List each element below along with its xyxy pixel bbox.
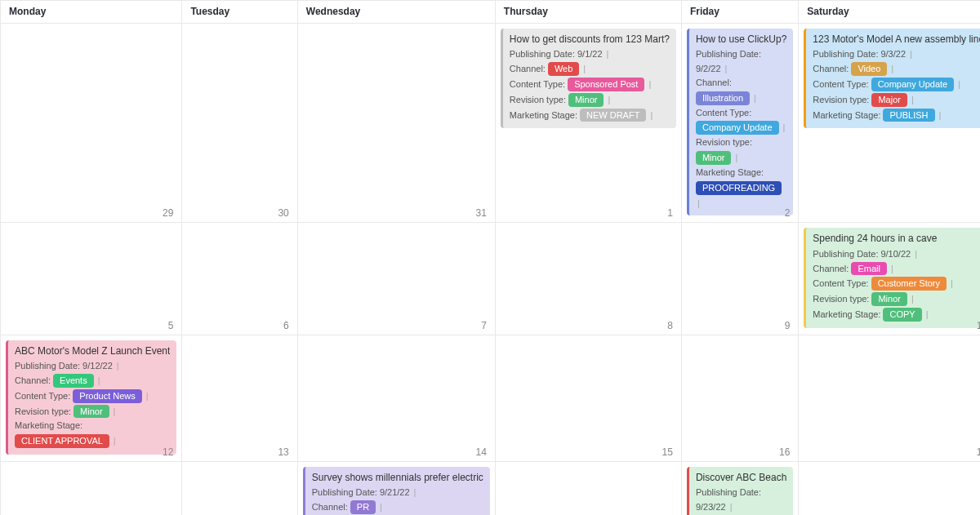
tag[interactable]: Customer Story bbox=[871, 277, 947, 291]
field-value: 9/21/22 bbox=[380, 486, 410, 499]
card-title: ABC Motor's Model Z Launch Event bbox=[15, 344, 170, 357]
day-cell[interactable]: 14 bbox=[298, 335, 496, 462]
field-value: 9/1/22 bbox=[577, 48, 603, 60]
event-card[interactable]: Spending 24 hours in a cavePublishing Da… bbox=[804, 228, 980, 327]
tag[interactable]: Minor bbox=[696, 151, 732, 165]
day-cell[interactable]: 29 bbox=[1, 24, 182, 223]
day-header: Tuesday bbox=[182, 1, 297, 24]
tag[interactable]: Company Update bbox=[871, 78, 955, 91]
field-value: 9/23/22 bbox=[696, 501, 726, 513]
tag[interactable]: Company Update bbox=[696, 121, 779, 135]
event-card[interactable]: Survey shows millennials prefer electric… bbox=[303, 467, 490, 515]
event-card[interactable]: 123 Motor's Model A new assembly linePub… bbox=[804, 29, 980, 128]
tag[interactable]: CLIENT APPROVAL bbox=[15, 434, 109, 448]
tag[interactable]: PUBLISH bbox=[883, 109, 934, 122]
card-field: Content Type: Company Update| bbox=[813, 78, 980, 91]
day-cell[interactable]: 5 bbox=[1, 223, 182, 335]
event-card[interactable]: ABC Motor's Model Z Launch EventPublishi… bbox=[6, 340, 176, 455]
card-title: Discover ABC Beach bbox=[696, 471, 786, 484]
card-field: Marketing Stage: PUBLISH| bbox=[813, 109, 980, 122]
card-field: Marketing Stage: CLIENT APPROVAL| bbox=[15, 420, 170, 448]
card-title: How to use ClickUp? bbox=[696, 33, 786, 46]
day-cell[interactable]: 123 Motor's Model A new assembly linePub… bbox=[799, 24, 980, 223]
field-label: Publishing Date: bbox=[813, 248, 878, 260]
day-cell[interactable]: 19 bbox=[1, 462, 182, 515]
day-cell[interactable]: 7 bbox=[298, 223, 496, 335]
tag[interactable]: Product News bbox=[73, 389, 141, 403]
separator: | bbox=[783, 122, 786, 134]
field-label: Content Type: bbox=[813, 277, 868, 290]
separator: | bbox=[910, 48, 912, 60]
field-value: 9/10/22 bbox=[880, 248, 911, 260]
day-number: 6 bbox=[283, 320, 289, 331]
day-cell[interactable]: How to get discounts from 123 Mart?Publi… bbox=[496, 24, 682, 223]
card-field: Content Type: Product News| bbox=[15, 389, 170, 403]
tag[interactable]: PR bbox=[350, 500, 376, 514]
tag[interactable]: Web bbox=[548, 62, 579, 76]
day-cell[interactable]: Survey shows millennials prefer electric… bbox=[298, 462, 496, 515]
separator: | bbox=[735, 152, 737, 164]
day-cell[interactable]: 9 bbox=[682, 223, 799, 335]
day-cell[interactable]: ABC Motor's Model Z Launch EventPublishi… bbox=[1, 335, 182, 462]
day-cell[interactable]: 22 bbox=[496, 462, 682, 515]
tag[interactable]: COPY bbox=[883, 308, 921, 322]
field-label: Revision type: bbox=[813, 94, 869, 106]
card-field: Marketing Stage: NEW DRAFT| bbox=[510, 109, 670, 122]
tag[interactable]: PROOFREADING bbox=[696, 181, 782, 195]
tag[interactable]: Minor bbox=[871, 292, 907, 306]
tag[interactable]: Sponsored Post bbox=[568, 78, 644, 91]
tag[interactable]: Email bbox=[851, 262, 887, 276]
day-cell[interactable]: 31 bbox=[298, 24, 496, 223]
tag[interactable]: Major bbox=[871, 93, 907, 107]
tag[interactable]: Video bbox=[851, 62, 887, 76]
card-field: Publishing Date: 9/3/22| bbox=[813, 48, 980, 60]
separator: | bbox=[951, 277, 953, 290]
event-card[interactable]: Discover ABC BeachPublishing Date: 9/23/… bbox=[687, 467, 793, 515]
separator: | bbox=[146, 390, 149, 402]
day-cell[interactable]: 30 bbox=[182, 24, 297, 223]
tag[interactable]: Illustration bbox=[696, 91, 750, 105]
calendar-grid: MondayTuesdayWednesdayThursdayFridaySatu… bbox=[0, 0, 980, 515]
tag[interactable]: NEW DRAFT bbox=[580, 109, 646, 122]
day-cell[interactable]: How to use ClickUp?Publishing Date: 9/2/… bbox=[682, 24, 799, 223]
field-label: Publishing Date: bbox=[15, 360, 80, 372]
tag[interactable]: Minor bbox=[568, 93, 604, 107]
day-number: 13 bbox=[278, 446, 288, 458]
event-card[interactable]: How to use ClickUp?Publishing Date: 9/2/… bbox=[687, 29, 793, 215]
day-number: 14 bbox=[475, 446, 486, 458]
separator: | bbox=[939, 109, 942, 122]
field-label: Channel: bbox=[813, 63, 849, 75]
day-cell[interactable]: Discover ABC BeachPublishing Date: 9/23/… bbox=[682, 462, 799, 515]
field-label: Revision type: bbox=[510, 94, 566, 106]
tag[interactable]: Minor bbox=[74, 405, 109, 419]
tag[interactable]: Events bbox=[53, 374, 94, 388]
day-cell[interactable]: 17 bbox=[799, 335, 980, 462]
card-title: Survey shows millennials prefer electric bbox=[312, 471, 483, 484]
day-cell[interactable]: Spending 24 hours in a cavePublishing Da… bbox=[799, 223, 980, 335]
day-cell[interactable]: 8 bbox=[496, 223, 682, 335]
day-cell[interactable]: 15 bbox=[496, 335, 682, 462]
separator: | bbox=[958, 78, 960, 91]
day-number: 29 bbox=[163, 207, 173, 219]
day-cell[interactable]: 24 bbox=[799, 462, 980, 515]
day-cell[interactable]: 16 bbox=[682, 335, 799, 462]
field-label: Publishing Date: bbox=[510, 48, 575, 60]
card-field: Marketing Stage: PROOFREADING| bbox=[696, 166, 786, 210]
card-field: Content Type: Sponsored Post| bbox=[510, 78, 670, 91]
separator: | bbox=[608, 94, 610, 106]
day-cell[interactable]: 6 bbox=[182, 223, 297, 335]
separator: | bbox=[607, 48, 609, 60]
separator: | bbox=[114, 406, 116, 418]
day-cell[interactable]: 13 bbox=[182, 335, 297, 462]
card-field: Channel: PR| bbox=[312, 500, 483, 514]
card-field: Revision type: Minor| bbox=[813, 292, 980, 306]
day-number: 12 bbox=[163, 446, 173, 458]
event-card[interactable]: How to get discounts from 123 Mart?Publi… bbox=[501, 29, 676, 128]
card-title: Spending 24 hours in a cave bbox=[813, 232, 980, 245]
card-field: Revision type: Major| bbox=[813, 93, 980, 107]
separator: | bbox=[926, 309, 929, 321]
field-label: Channel: bbox=[510, 63, 546, 75]
day-number: 30 bbox=[278, 207, 288, 219]
day-number: 7 bbox=[481, 320, 487, 331]
day-cell[interactable]: 20 bbox=[182, 462, 297, 515]
